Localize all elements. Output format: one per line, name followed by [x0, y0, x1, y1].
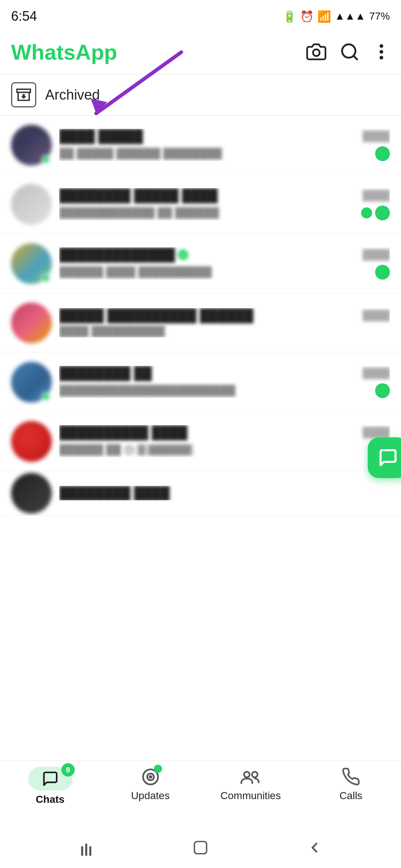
chat-time: ████: [363, 249, 390, 260]
online-indicator: [41, 274, 50, 283]
chat-item[interactable]: ██████████ ████ ████ ██████ ██ █ ██████: [0, 412, 401, 471]
gesture-bar: [0, 827, 401, 868]
chat-item[interactable]: ████████ ██ ████ ███████████████████████…: [0, 353, 401, 412]
svg-rect-15: [81, 846, 83, 856]
chat-item[interactable]: █████████████ ████ ██████ ████ █████████…: [0, 234, 401, 293]
unread-badge: [375, 206, 390, 220]
back-button[interactable]: [306, 839, 323, 856]
chat-time: ████: [363, 427, 390, 438]
online-indicator: [41, 155, 50, 164]
avatar: [11, 421, 52, 462]
header-action-icons: [306, 42, 390, 62]
chats-badge: 9: [61, 763, 75, 777]
tab-calls[interactable]: Calls: [301, 767, 401, 802]
chat-preview: ████ ██████████: [59, 326, 390, 337]
chat-content: ████ █████ ████ ██ █████ ██████ ████████: [59, 129, 390, 161]
chat-list: ████ █████ ████ ██ █████ ██████ ████████…: [0, 116, 401, 515]
archived-row[interactable]: Archived: [0, 74, 401, 115]
unread-badge: [375, 146, 390, 161]
svg-point-5: [380, 56, 383, 60]
avatar: [11, 303, 52, 343]
chat-time: ████: [363, 190, 390, 201]
chat-content: █████ ██████████ ██████ ████ ████ ██████…: [59, 308, 390, 337]
chat-name: ████████ ████: [59, 486, 390, 500]
new-chat-fab[interactable]: [368, 437, 401, 478]
updates-label: Updates: [131, 790, 169, 802]
chat-item[interactable]: ████████ █████ ████ ████ █████████████ █…: [0, 175, 401, 234]
home-button[interactable]: [192, 839, 209, 856]
camera-button[interactable]: [306, 42, 326, 62]
chat-preview: ████████████████████████: [59, 385, 371, 397]
tab-communities[interactable]: Communities: [200, 767, 301, 802]
chat-time: ████: [363, 130, 390, 142]
archive-icon: [11, 82, 36, 107]
chat-preview: ██████ ██ █ ██████: [59, 444, 371, 456]
calls-label: Calls: [339, 790, 362, 802]
online-indicator: [41, 392, 50, 401]
chat-content: ████████ █████ ████ ████ █████████████ █…: [59, 188, 390, 220]
unread-badge: [375, 265, 390, 280]
tab-updates[interactable]: Updates: [100, 767, 200, 802]
svg-point-4: [380, 50, 383, 54]
chat-item[interactable]: ████ █████ ████ ██ █████ ██████ ████████: [0, 116, 401, 175]
tab-chats[interactable]: 9 Chats: [0, 767, 100, 805]
chats-label: Chats: [36, 794, 65, 805]
avatar: [11, 243, 52, 284]
verified-badge: [178, 250, 188, 260]
status-time: 6:54: [11, 9, 37, 24]
chat-item[interactable]: ████████ ████: [0, 471, 401, 515]
status-dot: [361, 207, 372, 218]
search-button[interactable]: [340, 42, 360, 62]
avatar: [11, 125, 52, 166]
archived-label: Archived: [45, 87, 100, 103]
svg-rect-16: [85, 844, 87, 856]
svg-point-13: [244, 772, 249, 777]
chat-name: ████████ ██: [59, 366, 359, 380]
archived-section: Archived: [0, 74, 401, 115]
avatar: [11, 362, 52, 403]
chat-content: ██████████ ████ ████ ██████ ██ █ ██████: [59, 425, 390, 457]
chat-content: █████████████ ████ ██████ ████ █████████…: [59, 247, 390, 280]
battery-percent: 77%: [369, 10, 390, 22]
communities-icon: [240, 767, 262, 787]
media-thumbnail: [124, 444, 135, 455]
svg-point-3: [380, 44, 383, 48]
svg-rect-17: [89, 846, 91, 856]
svg-point-0: [313, 49, 320, 56]
avatar: [11, 184, 52, 225]
chat-preview: ██ █████ ██████ ████████: [59, 148, 371, 160]
alarm-icon: ⏰: [300, 10, 314, 23]
chat-time: ████: [363, 310, 390, 321]
more-options-button[interactable]: [373, 42, 390, 62]
calls-icon: [342, 767, 360, 787]
updates-badge: [154, 765, 162, 773]
chat-name: ████████ █████ ████: [59, 188, 359, 203]
chat-name: ██████████ ████: [59, 425, 359, 440]
chat-name: █████ ██████████ ██████: [59, 308, 359, 323]
chats-icon: [42, 770, 59, 787]
chat-name: ████ █████: [59, 129, 359, 143]
battery-save-icon: 🔋: [283, 10, 296, 23]
svg-point-14: [252, 772, 257, 777]
chat-time: ████: [363, 367, 390, 379]
app-header: WhatsApp: [0, 30, 401, 74]
svg-rect-18: [195, 842, 207, 854]
svg-point-12: [149, 776, 151, 778]
chat-content: ████████ ████: [59, 486, 390, 500]
status-icons: 🔋 ⏰ 📶 ▲▲▲ 77%: [283, 10, 390, 23]
app-title: WhatsApp: [11, 40, 117, 64]
status-bar: 6:54 🔋 ⏰ 📶 ▲▲▲ 77%: [0, 0, 401, 30]
unread-badge: [375, 383, 390, 398]
chat-preview: ██████ ████ ██████████: [59, 266, 371, 278]
chat-item[interactable]: █████ ██████████ ██████ ████ ████ ██████…: [0, 293, 401, 353]
wifi-icon: 📶: [317, 10, 331, 23]
avatar: [11, 473, 52, 514]
chat-preview: █████████████ ██ ██████: [59, 207, 357, 219]
chat-name: █████████████: [59, 247, 359, 262]
chat-content: ████████ ██ ████ ███████████████████████…: [59, 366, 390, 398]
signal-icon: ▲▲▲: [335, 10, 365, 22]
communities-label: Communities: [220, 790, 281, 802]
svg-line-2: [353, 56, 357, 59]
recent-apps-button[interactable]: [78, 839, 95, 856]
svg-rect-6: [17, 89, 31, 92]
